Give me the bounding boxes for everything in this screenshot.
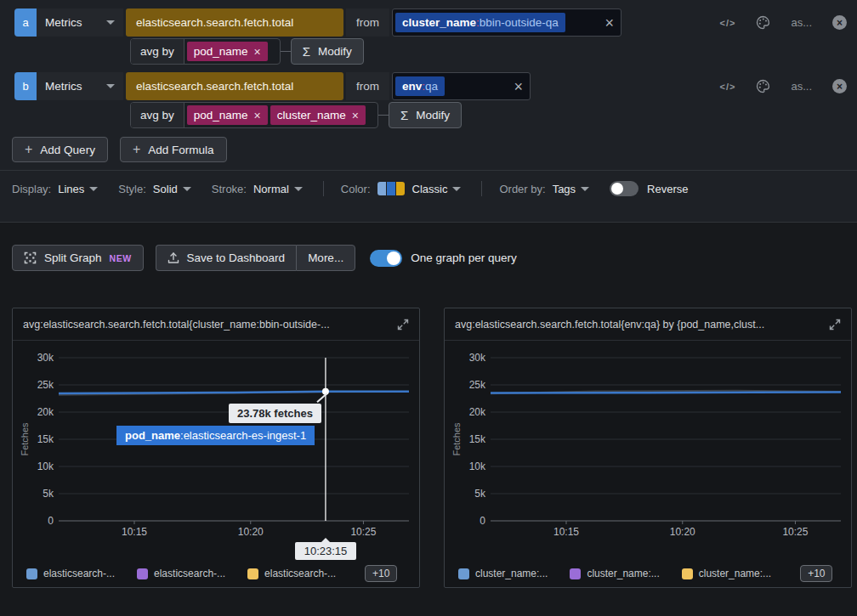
chart-title: avg:elasticsearch.search.fetch.total{env…	[455, 319, 820, 331]
remove-tag-icon[interactable]: ×	[254, 46, 261, 58]
graphs-section: Split Graph NEW Save to Dashboard More..…	[0, 222, 857, 616]
svg-text:10k: 10k	[37, 461, 54, 472]
display-options-bar: Display: Lines Style: Solid Stroke: Norm…	[12, 176, 694, 201]
add-formula-button[interactable]: + Add Formula	[120, 137, 227, 162]
vertical-divider	[481, 181, 482, 196]
avg-by-label[interactable]: avg by	[131, 103, 184, 127]
clear-filter-icon[interactable]: ×	[604, 15, 614, 31]
filter-tag[interactable]: cluster_name:bbin-outside-qa	[395, 13, 565, 32]
legend-item[interactable]: cluster_name:...	[682, 568, 771, 579]
aggregation-row-b: avg by pod_name×cluster_name× Σ Modify	[130, 102, 462, 128]
add-row: + Add Query + Add Formula	[12, 137, 227, 162]
avg-by-label[interactable]: avg by	[131, 39, 184, 64]
group-by-box: avg by pod_name×	[130, 38, 281, 65]
alias-as-button[interactable]: as...	[791, 16, 812, 29]
split-graph-button[interactable]: Split Graph NEW	[12, 245, 144, 271]
modify-button[interactable]: Σ Modify	[389, 102, 462, 128]
plot-area[interactable]: 05k10k15k20k25k30kFetches10:1510:2010:25	[445, 341, 851, 560]
legend-more-badge[interactable]: +10	[365, 565, 397, 582]
clear-filter-icon[interactable]: ×	[514, 79, 523, 94]
order-by-value-dropdown[interactable]: Tags	[553, 183, 576, 195]
remove-query-icon[interactable]: ×	[832, 79, 847, 93]
svg-text:30k: 30k	[37, 352, 54, 364]
legend-swatch	[682, 568, 693, 579]
more-button[interactable]: More...	[296, 245, 355, 271]
svg-text:Fetches: Fetches	[451, 422, 462, 456]
style-label: Style:	[118, 183, 146, 195]
split-graph-icon	[24, 251, 37, 264]
query-row-a-actions: </> as... ×	[720, 8, 847, 37]
display-value-dropdown[interactable]: Lines	[58, 183, 84, 195]
legend-item[interactable]: elasticsearch-...	[137, 568, 225, 579]
legend-more-badge[interactable]: +10	[800, 565, 832, 582]
upload-icon	[167, 251, 179, 264]
add-query-button[interactable]: + Add Query	[12, 137, 108, 162]
color-palette-swatch[interactable]	[377, 182, 405, 195]
stroke-value-dropdown[interactable]: Normal	[253, 183, 289, 195]
chevron-down-icon[interactable]	[581, 187, 589, 191]
chevron-down-icon[interactable]	[452, 187, 461, 191]
color-label: Color:	[341, 183, 371, 195]
legend-item[interactable]: elasticsearch-...	[26, 568, 115, 579]
legend-item[interactable]: cluster_name:...	[570, 568, 659, 579]
color-value-dropdown[interactable]: Classic	[412, 183, 448, 195]
svg-text:10k: 10k	[469, 461, 486, 472]
chart-card-query-b: avg:elasticsearch.search.fetch.total{env…	[444, 308, 852, 588]
display-label: Display:	[12, 183, 51, 195]
remove-query-icon[interactable]: ×	[832, 15, 847, 30]
reverse-toggle[interactable]	[610, 181, 638, 196]
group-by-tags[interactable]: pod_name×cluster_name×	[184, 103, 377, 127]
svg-text:10:20: 10:20	[670, 526, 695, 538]
from-label: from	[346, 8, 389, 37]
palette-icon[interactable]	[756, 79, 770, 93]
remove-tag-icon[interactable]: ×	[352, 110, 359, 122]
sigma-icon: Σ	[303, 44, 310, 59]
svg-text:20k: 20k	[469, 406, 486, 418]
svg-text:30k: 30k	[469, 352, 486, 364]
modify-button[interactable]: Σ Modify	[291, 38, 364, 65]
save-to-dashboard-button[interactable]: Save to Dashboard	[156, 245, 297, 271]
svg-text:0: 0	[480, 515, 485, 527]
svg-text:15k: 15k	[37, 433, 54, 445]
svg-text:Fetches: Fetches	[20, 422, 30, 456]
code-icon[interactable]: </>	[720, 18, 736, 28]
one-graph-per-query-toggle[interactable]	[370, 250, 402, 267]
query-row-a: a Metrics elasticsearch.search.fetch.tot…	[14, 8, 621, 37]
group-tag-chip[interactable]: cluster_name×	[270, 105, 366, 125]
chevron-down-icon[interactable]	[183, 187, 191, 191]
filter-search-input[interactable]: cluster_name:bbin-outside-qa ×	[392, 8, 621, 37]
metric-source-select[interactable]: Metrics	[37, 72, 123, 100]
metric-name-field[interactable]: elasticsearch.search.fetch.total	[126, 72, 343, 100]
expand-icon[interactable]	[829, 319, 841, 331]
from-label: from	[346, 72, 389, 100]
legend-item[interactable]: elasticsearch-...	[247, 568, 336, 579]
aggregation-row-a: avg by pod_name× Σ Modify	[130, 38, 364, 65]
group-by-tags[interactable]: pod_name×	[184, 39, 280, 64]
plot-area[interactable]: 05k10k15k20k25k30kFetches10:1510:2010:25…	[13, 341, 419, 560]
style-value-dropdown[interactable]: Solid	[153, 183, 178, 195]
vertical-divider	[323, 181, 324, 196]
chevron-down-icon[interactable]	[89, 187, 98, 191]
code-icon[interactable]: </>	[720, 82, 736, 92]
palette-icon[interactable]	[756, 15, 770, 30]
group-tag-chip[interactable]: pod_name×	[187, 42, 268, 61]
legend-swatch	[458, 568, 469, 579]
sigma-icon: Σ	[400, 108, 408, 122]
connector-line	[281, 51, 291, 52]
filter-search-input[interactable]: env:qa ×	[392, 72, 531, 100]
metric-name-field[interactable]: elasticsearch.search.fetch.total	[126, 8, 343, 37]
chevron-down-icon[interactable]	[294, 187, 303, 191]
remove-tag-icon[interactable]: ×	[254, 110, 261, 122]
group-tag-chip[interactable]: pod_name×	[187, 105, 268, 125]
legend-item[interactable]: cluster_name:...	[458, 568, 548, 579]
new-badge: NEW	[110, 253, 132, 263]
reverse-label: Reverse	[647, 183, 688, 195]
plus-icon: +	[133, 143, 140, 156]
chevron-down-icon	[106, 84, 115, 88]
alias-as-button[interactable]: as...	[791, 80, 812, 93]
hover-series-tooltip: pod_name:elasticsearch-es-ingest-1	[116, 426, 315, 445]
metric-source-select[interactable]: Metrics	[37, 8, 123, 37]
expand-icon[interactable]	[397, 319, 409, 331]
filter-tag[interactable]: env:qa	[395, 76, 445, 96]
save-button-group: Save to Dashboard More...	[156, 245, 356, 271]
